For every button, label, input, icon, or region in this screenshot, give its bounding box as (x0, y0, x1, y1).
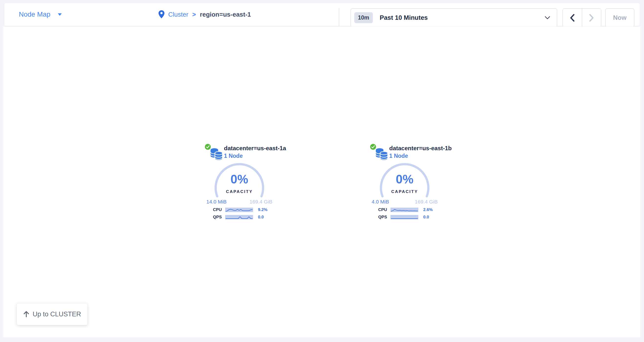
qps-sparkline (390, 215, 418, 219)
qps-sparkline (225, 215, 253, 219)
cpu-sparkline (225, 208, 253, 212)
chevron-left-icon (570, 14, 575, 22)
metric-label: QPS (368, 215, 387, 220)
metric-label: CPU (368, 207, 387, 212)
capacity-percent: 0% (378, 172, 432, 186)
capacity-values: 4.0 MiB 169.4 GiB (372, 199, 438, 205)
breadcrumb: Cluster > region=us-east-1 (158, 3, 251, 26)
metric-value: 2.6% (423, 207, 433, 212)
time-range-label: Past 10 Minutes (380, 14, 545, 21)
capacity-gauge: 0% CAPACITY (378, 161, 432, 215)
capacity-total: 169.4 GiB (250, 199, 272, 205)
chevron-right-icon (589, 14, 594, 22)
up-to-cluster-label: Up to CLUSTER (32, 311, 81, 318)
metric-row-cpu: CPU 2.6% (368, 207, 433, 212)
datacenter-node-count: 1 Node (389, 153, 408, 159)
node-map-page: Node Map Cluster > region=us-east-1 10m … (0, 0, 644, 342)
view-selector-label: Node Map (19, 10, 50, 18)
metric-row-qps: QPS 0.0 (368, 215, 429, 220)
metric-label: QPS (203, 215, 222, 220)
view-selector-dropdown[interactable]: Node Map (19, 3, 62, 26)
capacity-label: CAPACITY (212, 189, 266, 194)
arrow-up-icon (23, 311, 30, 318)
time-next-button[interactable] (582, 8, 601, 27)
capacity-gauge: 0% CAPACITY (212, 161, 266, 215)
cpu-sparkline (390, 208, 418, 212)
metric-label: CPU (203, 207, 222, 212)
datacenter-title: datacenter=us-east-1a (224, 145, 286, 152)
time-nav-group (562, 8, 601, 27)
datacenter-node-count: 1 Node (224, 153, 243, 159)
capacity-used: 4.0 MiB (372, 199, 389, 205)
datacenter-card-us-east-1b[interactable]: datacenter=us-east-1b 1 Node 0% CAPACITY… (363, 143, 451, 225)
breadcrumb-current: region=us-east-1 (200, 11, 251, 18)
breadcrumb-cluster-link[interactable]: Cluster (168, 11, 188, 18)
capacity-values: 14.0 MiB 169.4 GiB (206, 199, 272, 205)
up-to-cluster-button[interactable]: Up to CLUSTER (17, 303, 88, 325)
capacity-total: 169.4 GiB (415, 199, 438, 205)
location-pin-icon (158, 10, 165, 19)
datacenter-card-us-east-1a[interactable]: datacenter=us-east-1a 1 Node 0% CAPACITY… (198, 143, 286, 225)
metric-value: 0.0 (423, 215, 429, 220)
capacity-used: 14.0 MiB (206, 199, 227, 205)
capacity-percent: 0% (212, 172, 266, 186)
capacity-label: CAPACITY (378, 189, 432, 194)
time-range-badge: 10m (354, 12, 373, 23)
chevron-down-icon (545, 16, 550, 19)
capacity-arc (378, 161, 432, 215)
time-prev-button[interactable] (563, 8, 582, 27)
time-range-dropdown[interactable]: 10m Past 10 Minutes (350, 8, 557, 27)
node-map-canvas: datacenter=us-east-1a 1 Node 0% CAPACITY… (3, 26, 640, 338)
database-stack-icon (374, 146, 389, 161)
metric-value: 9.2% (258, 207, 268, 212)
metric-row-cpu: CPU 9.2% (203, 207, 268, 212)
metric-value: 0.0 (258, 215, 264, 220)
topbar-divider (339, 8, 339, 27)
chevron-down-icon (58, 13, 62, 16)
capacity-arc (212, 161, 266, 215)
breadcrumb-separator: > (192, 11, 196, 18)
topbar: Node Map Cluster > region=us-east-1 10m … (4, 3, 640, 26)
now-button[interactable]: Now (605, 8, 634, 27)
datacenter-title: datacenter=us-east-1b (389, 145, 452, 152)
database-stack-icon (209, 146, 224, 161)
metric-row-qps: QPS 0.0 (203, 215, 264, 220)
